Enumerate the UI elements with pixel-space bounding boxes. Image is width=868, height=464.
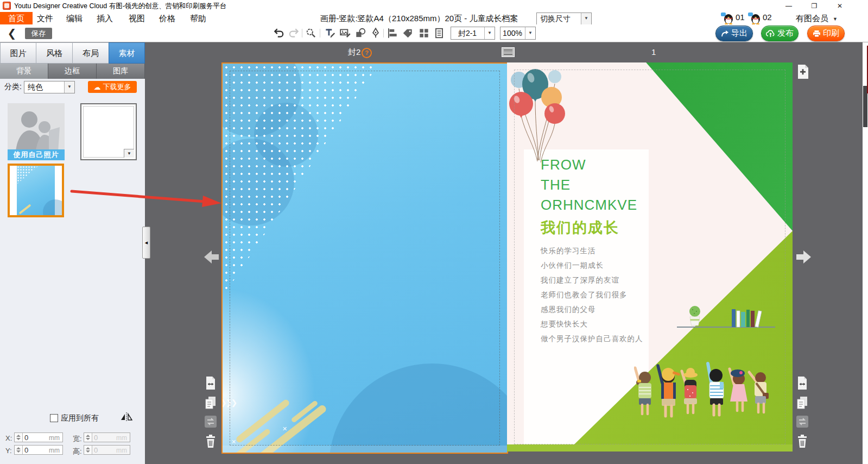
width-unit: mm <box>116 434 127 442</box>
next-spread-arrow[interactable] <box>796 249 811 265</box>
thumbnail-use-own-photo[interactable]: 使用自己照片 <box>8 103 65 160</box>
x-coordinate-label: X: <box>5 434 12 442</box>
tag-tool-icon[interactable] <box>402 27 414 39</box>
toolbar-separator <box>302 29 302 37</box>
category-label: 分类: <box>4 82 22 92</box>
cover-title-line1: FROW <box>541 155 637 175</box>
page-selector-dropdown[interactable]: 封2-1 ▼ <box>451 27 495 40</box>
grid-view-icon[interactable] <box>418 27 430 39</box>
category-dropdown[interactable]: 纯色 ▼ <box>24 81 75 93</box>
pen-tool-icon[interactable] <box>370 27 382 39</box>
right-page-canvas[interactable]: FROW THE ORHNCMKVE 我们的成长 快乐的学习生活 小伙伴们一期成… <box>507 62 793 452</box>
export-label: 导出 <box>731 28 747 39</box>
spread-view-icon[interactable] <box>502 47 515 57</box>
height-input[interactable]: 0 mm <box>84 445 130 455</box>
image-edit-icon[interactable] <box>339 27 351 39</box>
menu-item-edit[interactable]: 编辑 <box>59 12 90 24</box>
download-more-label: 下载更多 <box>103 82 131 92</box>
sidebar-collapse-handle[interactable]: ◀ <box>142 227 150 259</box>
switch-size-dropdown[interactable]: 切换尺寸 ▼ <box>536 12 592 25</box>
swap-page-icon-disabled[interactable] <box>204 415 217 429</box>
left-page-canvas[interactable]: ✕ ✕ ❯❯❯ <box>221 62 508 454</box>
prev-spread-arrow[interactable] <box>204 249 219 265</box>
flip-mirror-icon[interactable] <box>121 412 132 422</box>
caret-down-icon[interactable]: ▼ <box>833 16 838 22</box>
zoom-level-dropdown[interactable]: 100% ▼ <box>500 27 536 40</box>
cover-title-line2: THE <box>541 175 637 195</box>
height-label: 高: <box>73 447 82 456</box>
bleed-strip <box>507 444 793 452</box>
light-glow-decoration <box>221 270 331 454</box>
shape-tool-icon[interactable] <box>354 27 366 39</box>
tab-styles[interactable]: 风格 <box>36 42 73 64</box>
tab-layouts[interactable]: 布局 <box>72 42 109 64</box>
subtab-borders[interactable]: 边框 <box>48 64 97 79</box>
subtab-backgrounds[interactable]: 背景 <box>0 64 48 79</box>
share-icon <box>721 30 729 37</box>
chevrons-decoration: ❯❯❯ <box>221 398 236 407</box>
body-line: 想要快快长大 <box>541 317 643 331</box>
cover-body-text[interactable]: 快乐的学习生活 小伙伴们一期成长 我们建立了深厚的友谊 老师们也教会了我们很多 … <box>541 243 643 346</box>
window-title: Youtu Designer Creative Cloud 有图-领先的创意、营… <box>14 2 226 11</box>
zoom-level-value: 100% <box>500 27 524 39</box>
menu-item-view[interactable]: 视图 <box>121 12 153 24</box>
resize-page-icon[interactable] <box>204 376 217 390</box>
tab-pictures[interactable]: 图片 <box>0 42 36 64</box>
cross-decoration: ✕ <box>231 438 236 446</box>
close-button[interactable]: ✕ <box>827 0 852 12</box>
menu-item-help[interactable]: 帮助 <box>182 12 214 24</box>
print-label: 印刷 <box>823 28 839 39</box>
maximize-button[interactable]: ❐ <box>802 0 827 12</box>
menu-item-home[interactable]: 首页 <box>0 12 33 24</box>
x-unit: mm <box>49 434 60 442</box>
switch-size-label: 切换尺寸 <box>540 13 571 24</box>
undo-icon[interactable] <box>273 27 285 39</box>
page-list-icon[interactable] <box>433 27 445 39</box>
subtab-gallery[interactable]: 图库 <box>97 64 145 79</box>
swap-page-icon-disabled[interactable] <box>796 415 809 429</box>
cover-subtitle[interactable]: 我们的成长 <box>541 218 619 237</box>
qq-penguin-icon[interactable] <box>721 12 734 24</box>
print-button[interactable]: 印刷 <box>807 26 845 41</box>
copy-page-icon[interactable] <box>204 396 217 410</box>
delete-page-icon[interactable] <box>796 434 809 448</box>
redo-icon[interactable] <box>288 27 300 39</box>
thumbnail-blue-background-selected[interactable] <box>8 164 64 217</box>
menu-item-file[interactable]: 文件 <box>29 12 61 24</box>
download-more-button[interactable]: ☁ 下载更多 <box>88 81 137 93</box>
y-coordinate-input[interactable]: 0 mm <box>14 445 63 455</box>
qq-penguin-icon[interactable] <box>748 12 761 24</box>
cover-title[interactable]: FROW THE ORHNCMKVE <box>541 155 637 215</box>
resize-page-icon[interactable] <box>796 376 809 390</box>
back-button[interactable]: ❮ <box>5 26 18 40</box>
apply-to-all-checkbox[interactable] <box>50 414 58 422</box>
member-dropdown[interactable]: 有图会员 <box>796 14 828 24</box>
add-page-icon[interactable] <box>796 64 810 79</box>
export-button[interactable]: 导出 <box>715 26 753 41</box>
text-edit-icon[interactable] <box>324 27 336 39</box>
cactus-plant-illustration <box>685 305 707 327</box>
x-coordinate-input[interactable]: 0 mm <box>14 432 63 442</box>
thumbnail-blank-background[interactable]: ▼ <box>80 103 137 160</box>
height-unit: mm <box>116 447 127 454</box>
align-icon[interactable] <box>387 27 398 39</box>
publish-button[interactable]: 发布 <box>761 26 799 41</box>
menu-item-price[interactable]: 价格 <box>151 12 183 24</box>
thumbnail-options-caret[interactable]: ▼ <box>124 149 134 158</box>
menu-item-insert[interactable]: 插入 <box>89 12 121 24</box>
copy-page-icon[interactable] <box>796 396 809 410</box>
qq-contact-2[interactable]: 02 <box>763 12 772 22</box>
x-spinner[interactable] <box>15 433 23 442</box>
y-spinner[interactable] <box>15 446 23 454</box>
save-button[interactable]: 保存 <box>25 28 52 39</box>
width-input[interactable]: 0 mm <box>84 432 130 442</box>
width-spinner[interactable] <box>84 433 92 442</box>
qq-contact-1[interactable]: 01 <box>736 12 745 22</box>
help-icon[interactable]: ? <box>362 48 372 58</box>
cover-title-line3: ORHNCMKVE <box>541 195 637 215</box>
tab-materials[interactable]: 素材 <box>109 42 145 64</box>
delete-page-icon[interactable] <box>204 434 217 448</box>
zoom-select-icon[interactable] <box>305 27 317 39</box>
height-spinner[interactable] <box>84 446 92 454</box>
minimize-button[interactable]: — <box>776 0 801 12</box>
